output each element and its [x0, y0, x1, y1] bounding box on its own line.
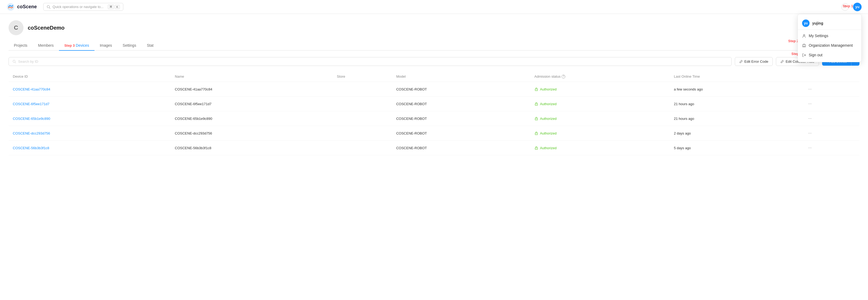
- cell-last-online: a few seconds ago: [670, 82, 802, 97]
- col-actions: [802, 71, 860, 82]
- tab-members[interactable]: Members: [33, 40, 59, 51]
- tab-devices-label: Devices: [76, 43, 89, 48]
- kbd-k: K: [115, 5, 120, 9]
- admission-info-icon[interactable]: ?: [562, 75, 565, 79]
- row-more-button[interactable]: ···: [806, 115, 814, 122]
- tab-stat[interactable]: Stat: [142, 40, 159, 51]
- row-more-button[interactable]: ···: [806, 144, 814, 151]
- device-id-link[interactable]: COSCENE-65b1e9c890: [13, 117, 50, 121]
- cell-device-id: COSCENE-41aa770c84: [8, 82, 170, 97]
- svg-point-13: [803, 34, 805, 36]
- keyboard-hint: ⌘ K: [108, 4, 120, 9]
- authorized-icon: [534, 146, 538, 150]
- status-text: Authorized: [540, 146, 557, 150]
- cell-status: Authorized: [530, 111, 670, 126]
- org-avatar: C: [8, 20, 24, 35]
- status-text: Authorized: [540, 87, 557, 91]
- cell-store: [333, 141, 392, 155]
- row-more-button[interactable]: ···: [806, 86, 814, 93]
- cell-store: [333, 126, 392, 141]
- cell-actions: ···: [802, 126, 860, 141]
- cell-device-id: COSCENE-65b1e9c890: [8, 111, 170, 126]
- cell-status: Authorized: [530, 82, 670, 97]
- sign-out-label: Sign out: [809, 53, 823, 57]
- org-management-item[interactable]: Organization Management: [798, 40, 861, 50]
- step2-label-overlay: Step 2: [788, 39, 799, 43]
- cell-model: COSCENE-ROBOT: [392, 82, 530, 97]
- col-model: Model: [392, 71, 530, 82]
- cell-device-id: COSCENE-56b3b3f1c8: [8, 141, 170, 155]
- tab-devices[interactable]: Step 3 Devices: [59, 40, 94, 51]
- status-text: Authorized: [540, 102, 557, 106]
- step1-label-overlay: Step 1: [843, 4, 853, 8]
- my-settings-item[interactable]: My Settings: [798, 31, 861, 40]
- table-row: COSCENE-56b3b3f1c8 COSCENE-56b3b3f1c8 CO…: [8, 141, 860, 155]
- device-id-link[interactable]: COSCENE-41aa770c84: [13, 87, 50, 91]
- col-device-id: Device ID: [8, 71, 170, 82]
- tab-settings[interactable]: Settings: [118, 40, 142, 51]
- device-id-link[interactable]: COSCENE-56b3b3f1c8: [13, 146, 50, 150]
- search-icon: [47, 5, 51, 9]
- cell-model: COSCENE-ROBOT: [392, 126, 530, 141]
- cell-last-online: 2 days ago: [670, 126, 802, 141]
- search-placeholder: Quick operations or navigate to...: [53, 5, 103, 9]
- search-icon: [12, 60, 16, 63]
- search-input-placeholder: Search by ID: [18, 60, 38, 63]
- dropdown-header: yu yujing: [798, 16, 861, 30]
- global-search[interactable]: Quick operations or navigate to... ⌘ K: [43, 3, 123, 11]
- tab-projects[interactable]: Projects: [8, 40, 33, 51]
- table-row: COSCENE-65b1e9c890 COSCENE-65b1e9c890 CO…: [8, 111, 860, 126]
- sign-out-item[interactable]: Sign out: [798, 50, 861, 60]
- cell-actions: ···: [802, 111, 860, 126]
- cell-store: [333, 111, 392, 126]
- table-row: COSCENE-41aa770c84 COSCENE-41aa770c84 CO…: [8, 82, 860, 97]
- cell-name: COSCENE-65b1e9c890: [170, 111, 333, 126]
- logo[interactable]: coScene: [6, 3, 37, 11]
- cell-status: Authorized: [530, 97, 670, 111]
- user-dropdown-menu: yu yujing My Settings Organization Manag…: [798, 14, 862, 62]
- logo-icon: [6, 3, 15, 11]
- org-management-label: Organization Management: [809, 43, 853, 48]
- kbd-cmd: ⌘: [108, 4, 114, 9]
- device-id-link[interactable]: COSCENE-dcc293d756: [13, 131, 50, 135]
- cell-name: COSCENE-dcc293d756: [170, 126, 333, 141]
- col-store: Store: [333, 71, 392, 82]
- svg-point-10: [536, 134, 537, 134]
- app-name: coScene: [17, 4, 37, 10]
- pencil-icon: [739, 60, 743, 63]
- cell-name: COSCENE-41aa770c84: [170, 82, 333, 97]
- cell-model: COSCENE-ROBOT: [392, 141, 530, 155]
- cell-store: [333, 97, 392, 111]
- signout-icon: [802, 53, 806, 57]
- table-row: COSCENE-6f5ee171d7 COSCENE-6f5ee171d7 CO…: [8, 97, 860, 111]
- svg-point-8: [536, 119, 537, 120]
- tab-images[interactable]: Images: [94, 40, 118, 51]
- authorized-icon: [534, 102, 538, 106]
- row-more-button[interactable]: ···: [806, 100, 814, 107]
- step3-label: Step 3: [64, 43, 75, 48]
- cell-last-online: 5 days ago: [670, 141, 802, 155]
- cell-status: Authorized: [530, 126, 670, 141]
- my-settings-label: My Settings: [809, 34, 828, 38]
- col-name: Name: [170, 71, 333, 82]
- edit-error-code-button[interactable]: Edit Error Code: [735, 57, 773, 66]
- devices-table: Device ID Name Store Model Admission sta…: [8, 71, 860, 155]
- org-name: coSceneDemo: [28, 25, 65, 31]
- cell-device-id: COSCENE-6f5ee171d7: [8, 97, 170, 111]
- dropdown-user-avatar: yu: [802, 20, 810, 27]
- main-content: C coSceneDemo Projects Members Step 3 De…: [0, 14, 868, 300]
- cell-model: COSCENE-ROBOT: [392, 111, 530, 126]
- cell-device-id: COSCENE-dcc293d756: [8, 126, 170, 141]
- device-id-link[interactable]: COSCENE-6f5ee171d7: [13, 102, 50, 106]
- user-avatar-button[interactable]: yu: [853, 3, 862, 11]
- table-row: COSCENE-dcc293d756 COSCENE-dcc293d756 CO…: [8, 126, 860, 141]
- person-icon: [802, 34, 806, 38]
- row-more-button[interactable]: ···: [806, 130, 814, 137]
- cell-store: [333, 82, 392, 97]
- top-navigation: coScene Quick operations or navigate to.…: [0, 0, 868, 14]
- dropdown-username: yujing: [812, 21, 823, 25]
- svg-point-6: [536, 104, 537, 105]
- device-search[interactable]: Search by ID: [8, 57, 732, 66]
- authorized-icon: [534, 117, 538, 121]
- svg-point-1: [47, 5, 50, 8]
